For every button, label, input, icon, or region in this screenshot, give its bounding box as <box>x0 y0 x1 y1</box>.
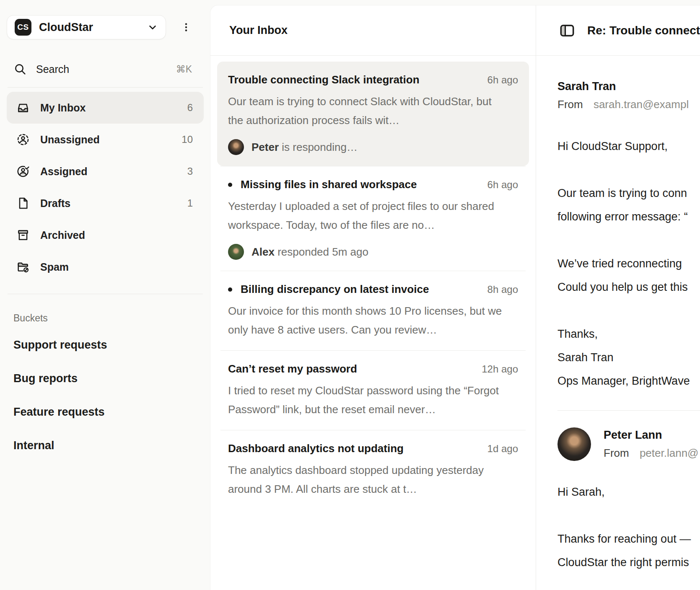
workspace-switcher[interactable]: CS CloudStar <box>7 15 166 39</box>
search-button[interactable]: Search ⌘K <box>7 57 204 81</box>
kebab-icon <box>181 22 192 33</box>
responder-status: responded 5m ago <box>277 246 368 258</box>
conversation-item[interactable]: Dashboard analytics not updating 1d ago … <box>220 430 526 510</box>
message-paragraph: Hi Sarah, <box>557 480 700 504</box>
message-sender: Peter Lann <box>604 429 699 442</box>
conversation-time: 6h ago <box>487 179 518 191</box>
detail-title: Re: Trouble connectin <box>587 24 700 37</box>
sidebar-divider <box>8 87 203 88</box>
bucket-item-internal[interactable]: Internal <box>7 429 204 462</box>
message-line: Hi Sarah, <box>557 480 700 504</box>
app-window: CS CloudStar Search ⌘K My I <box>0 0 700 590</box>
message-line: Could you help us get this <box>557 275 700 299</box>
message-line: Hi CloudStar Support, <box>557 135 700 158</box>
sidebar-item-assigned[interactable]: Assigned 3 <box>7 155 204 187</box>
message-line: Thanks for reaching out — <box>557 527 700 551</box>
bucket-item-bug-reports[interactable]: Bug reports <box>7 362 204 395</box>
responder-text: Peter is responding… <box>251 141 358 154</box>
message-line: Sarah Tran <box>557 346 700 369</box>
avatar <box>228 139 244 155</box>
inbox-title: Your Inbox <box>229 24 288 37</box>
search-label: Search <box>36 63 69 75</box>
sidebar-item-count: 10 <box>181 134 194 145</box>
buckets-list: Support requests Bug reports Feature req… <box>7 328 204 462</box>
message-line: following error message: “ <box>557 205 700 228</box>
sidebar-panel-icon <box>559 22 576 39</box>
conversation-snippet: Yesterday I uploaded a set of project fi… <box>228 197 505 235</box>
inbox-icon <box>16 101 30 115</box>
sidebar-item-label: Archived <box>40 229 85 241</box>
conversation-title: Dashboard analytics not updating <box>228 442 404 455</box>
inbox-panel: Your Inbox Trouble connecting Slack inte… <box>210 5 536 590</box>
conversation-time: 8h ago <box>487 284 518 295</box>
workspace-logo: CS <box>15 19 31 36</box>
bucket-item-feature-requests[interactable]: Feature requests <box>7 395 204 429</box>
buckets-section-title: Buckets <box>7 313 204 324</box>
message: Peter Lann From peter.lann@ Hi Sarah, Th… <box>557 427 700 574</box>
sidebar-header: CS CloudStar <box>7 15 204 39</box>
sidebar-item-count: 6 <box>187 102 194 114</box>
workspace-name: CloudStar <box>39 21 140 34</box>
panel-toggle-button[interactable] <box>559 22 576 39</box>
sidebar-item-archived[interactable]: Archived <box>7 219 204 251</box>
message-thread: Sarah Tran From sarah.tran@exampl Hi Clo… <box>536 56 700 574</box>
message-paragraph: Our team is trying to conn following err… <box>557 181 700 228</box>
responder-row: Peter is responding… <box>228 139 518 155</box>
avatar <box>557 427 591 461</box>
message-from-row: From peter.lann@ <box>604 447 699 460</box>
chevron-down-icon <box>147 22 158 33</box>
from-label: From <box>604 447 629 459</box>
unassigned-icon <box>16 132 30 147</box>
conversation-time: 12h ago <box>482 363 518 375</box>
more-options-button[interactable] <box>178 19 194 36</box>
sidebar-nav: My Inbox 6 Unassigned 10 Assigned 3 <box>7 92 204 283</box>
conversation-title: Can’t reset my password <box>228 362 357 375</box>
message-sender: Sarah Tran <box>557 80 700 93</box>
message-line: Thanks, <box>557 322 700 346</box>
from-label: From <box>557 98 583 111</box>
conversation-snippet: Our team is trying to connect Slack with… <box>228 92 505 130</box>
conversation-time: 1d ago <box>487 443 518 455</box>
message-line: CloudStar the right permis <box>557 551 700 574</box>
message-line: We’ve tried reconnecting <box>557 252 700 275</box>
conversation-item[interactable]: Can’t reset my password 12h ago I tried … <box>220 350 526 430</box>
sidebar-item-my-inbox[interactable]: My Inbox 6 <box>7 92 204 124</box>
unread-dot-icon <box>228 183 232 187</box>
sidebar-item-drafts[interactable]: Drafts 1 <box>7 187 204 219</box>
detail-header: Re: Trouble connectin <box>536 5 700 56</box>
message-sender-header: Peter Lann From peter.lann@ <box>557 427 700 461</box>
main-card: Your Inbox Trouble connecting Slack inte… <box>210 5 700 590</box>
sidebar-item-label: My Inbox <box>40 102 86 114</box>
search-shortcut: ⌘K <box>176 64 192 75</box>
sidebar-item-label: Drafts <box>40 197 70 210</box>
message-divider <box>557 410 700 411</box>
conversation-snippet: I tried to reset my CloudStar password u… <box>228 381 505 419</box>
message-paragraph: Hi CloudStar Support, <box>557 135 700 158</box>
avatar <box>228 244 244 260</box>
responder-name: Peter <box>251 141 279 153</box>
conversation-title: Billing discrepancy on latest invoice <box>241 283 429 296</box>
bucket-item-support-requests[interactable]: Support requests <box>7 328 204 362</box>
conversation-item-selected[interactable]: Trouble connecting Slack integration 6h … <box>217 62 529 166</box>
assigned-icon <box>16 164 30 179</box>
detail-panel: Re: Trouble connectin Sarah Tran From sa… <box>536 5 700 590</box>
conversation-title: Trouble connecting Slack integration <box>228 73 420 86</box>
message-line: Our team is trying to conn <box>557 181 700 205</box>
message: Sarah Tran From sarah.tran@exampl Hi Clo… <box>557 80 700 393</box>
conversation-snippet: The analytics dashboard stopped updating… <box>228 461 505 499</box>
conversation-item[interactable]: Billing discrepancy on latest invoice 8h… <box>220 271 526 350</box>
drafts-icon <box>16 196 30 210</box>
message-paragraph: We’ve tried reconnecting Could you help … <box>557 252 700 299</box>
conversation-list: Trouble connecting Slack integration 6h … <box>210 56 536 515</box>
responder-text: Alex responded 5m ago <box>251 246 368 259</box>
sidebar-item-unassigned[interactable]: Unassigned 10 <box>7 124 204 155</box>
conversation-snippet: Our invoice for this month shows 10 Pro … <box>228 302 505 339</box>
message-signature: Thanks, Sarah Tran Ops Manager, BrightWa… <box>557 322 700 393</box>
spam-icon <box>16 260 30 274</box>
conversation-item[interactable]: Missing files in shared workspace 6h ago… <box>220 166 526 271</box>
conversation-time: 6h ago <box>487 74 518 86</box>
message-paragraph: Thanks for reaching out — CloudStar the … <box>557 527 700 574</box>
sidebar-item-spam[interactable]: Spam <box>7 251 204 283</box>
responder-row: Alex responded 5m ago <box>228 244 518 260</box>
responder-status: is responding… <box>282 141 358 153</box>
